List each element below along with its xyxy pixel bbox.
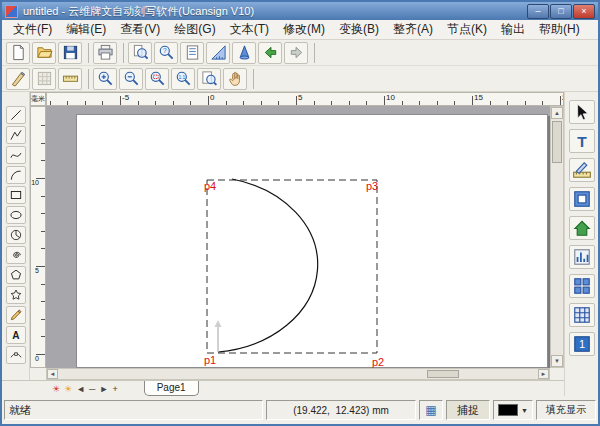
ruler-tick [454,101,455,105]
back-button[interactable] [258,42,282,64]
status-message: 就绪 [4,400,263,420]
ruler-tick [41,213,45,214]
page-tab[interactable]: Page1 [144,381,199,396]
menu-item-0[interactable]: 文件(F) [6,19,59,40]
svg-text:A: A [12,330,20,341]
menu-item-1[interactable]: 编辑(E) [59,19,113,40]
chart-button[interactable] [569,245,595,269]
canvas-area[interactable]: p4p3p1p2 [46,106,550,368]
zoom-rect-button[interactable] [145,68,169,90]
scroll-right-icon[interactable]: ► [538,369,549,379]
zoom-out-button[interactable] [119,68,143,90]
knife-button[interactable] [6,68,30,90]
maximize-button[interactable]: □ [550,4,572,19]
menu-item-4[interactable]: 文本(T) [223,19,276,40]
next-page-icon[interactable]: ► [99,384,108,394]
text-button[interactable]: A [6,326,26,344]
select-button[interactable] [569,100,595,124]
menu-item-5[interactable]: 修改(M) [276,19,332,40]
ruler-tick [41,284,45,285]
edit-button[interactable] [569,158,595,182]
save-button[interactable] [58,42,82,64]
menu-item-3[interactable]: 绘图(G) [167,19,222,40]
polygon-button[interactable] [6,266,26,284]
scroll-down-icon[interactable]: ▼ [551,355,563,367]
pencil-button[interactable] [6,306,26,324]
close-button[interactable]: × [573,4,595,19]
toolbar-main: ? [2,40,598,66]
grid-button[interactable] [32,68,56,90]
star-button[interactable] [6,286,26,304]
ruler-label: 10 [386,93,395,102]
pie-button[interactable] [6,226,26,244]
menu-item-7[interactable]: 整齐(A) [386,19,440,40]
forward-button[interactable] [284,42,308,64]
menu-item-8[interactable]: 节点(K) [440,19,494,40]
measure-button[interactable] [206,42,230,64]
preview-button[interactable] [128,42,152,64]
spiral-button[interactable] [6,246,26,264]
chevron-down-icon: ▼ [521,407,528,414]
ruler-tick [366,101,367,105]
rectangle-button[interactable] [6,186,26,204]
ruler-label: 0 [210,93,214,102]
grid9-button[interactable] [569,303,595,327]
status-bar: 就绪 (19.422, 12.423) mm ▦ 捕捉 ▼ 填充显示 [2,396,598,424]
scroll-left-icon[interactable]: ◄ [47,369,58,379]
find-button[interactable]: ? [154,42,178,64]
ruler-tick [243,101,244,105]
zoom-in-button[interactable] [93,68,117,90]
ruler-tick [226,101,227,105]
ruler-tick [41,336,45,337]
line-button[interactable] [6,106,26,124]
menu-item-9[interactable]: 输出 [494,19,532,40]
grid4-button[interactable] [569,274,595,298]
ruler-tick [190,101,191,105]
polyline-button[interactable] [6,126,26,144]
sun-red-icon[interactable]: ☀ [52,384,60,394]
prev-page-icon[interactable]: ◄ [76,384,85,394]
scroll-up-icon[interactable]: ▲ [551,107,563,119]
ruler-button[interactable] [58,68,82,90]
snap-toggle[interactable]: 捕捉 [446,400,490,420]
minimize-button[interactable]: – [527,4,549,19]
grid-toggle[interactable]: ▦ [419,400,443,420]
horizontal-scrollbar[interactable]: ◄ ► [46,368,550,380]
add-page-icon[interactable]: + [112,384,117,394]
toolbar-separator [314,43,315,63]
open-button[interactable] [32,42,56,64]
sun-yellow-icon[interactable]: ☀ [64,384,72,394]
menu-item-2[interactable]: 查看(V) [113,19,167,40]
menu-item-10[interactable]: 帮助(H) [532,19,587,40]
title-bar[interactable]: untitled - 云维牌文自动刻写软件(Ucansign V10) – □ … [2,2,598,20]
page1-button[interactable]: 1 [569,332,595,356]
ellipse-button[interactable] [6,206,26,224]
arc-button[interactable] [6,166,26,184]
vertical-scroll-thumb[interactable] [552,121,562,163]
print-button[interactable] [93,42,117,64]
page-line-icon[interactable]: ─ [89,384,95,394]
zoom-page-button[interactable] [197,68,221,90]
toolbar-separator [88,43,89,63]
properties-button[interactable] [180,42,204,64]
new-button[interactable] [6,42,30,64]
ruler-tick [560,96,561,105]
curve-button[interactable] [6,146,26,164]
home-button[interactable] [569,216,595,240]
vertical-scrollbar[interactable]: ▲ ▼ [550,106,564,368]
cone-button[interactable] [232,42,256,64]
drawing-layer: p4p3p1p2 [46,106,550,368]
menu-item-6[interactable]: 变换(B) [332,19,386,40]
color-select[interactable]: ▼ [493,400,533,420]
zoom-actual-button[interactable]: 1:1 [171,68,195,90]
horizontal-scroll-thumb[interactable] [427,370,459,378]
window-title: untitled - 云维牌文自动刻写软件(Ucansign V10) [23,4,527,19]
ruler-tick [41,248,45,249]
node-button[interactable] [6,346,26,364]
drawing-toolbar: A [2,92,30,382]
fill-display-button[interactable]: 填充显示 [536,400,596,420]
pan-button[interactable] [223,68,247,90]
text-tool-button[interactable]: T [569,129,595,153]
swatch-button[interactable] [569,187,595,211]
ruler-tick [41,196,45,197]
